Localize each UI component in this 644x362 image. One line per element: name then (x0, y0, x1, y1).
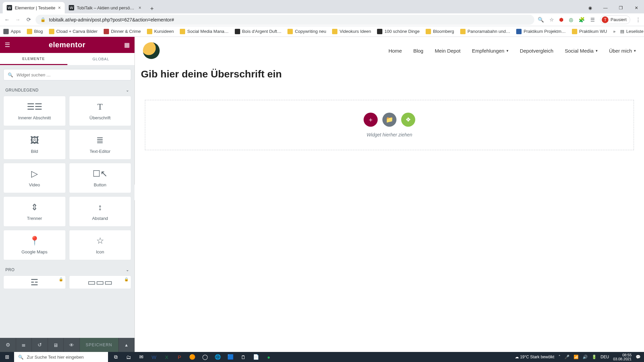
bookmark-item[interactable]: Kursideen (147, 29, 174, 34)
apps-button[interactable]: Apps (3, 29, 21, 34)
extensions-puzzle-icon[interactable]: 🧩 (579, 17, 585, 23)
nav-blog[interactable]: Blog (413, 48, 423, 54)
nav-empfehlungen[interactable]: Empfehlungen▾ (472, 48, 508, 54)
url-field[interactable]: 🔒 tobitalk.at/wp-admin/post.php?post=627… (36, 15, 534, 25)
preview-button[interactable]: 👁 (64, 338, 80, 352)
bookmark-item[interactable]: Blog (27, 29, 43, 34)
tray-chevron-icon[interactable]: ˄ (558, 355, 560, 359)
save-button[interactable]: SPEICHERN (80, 338, 119, 352)
widget-text-editor[interactable]: ≣Text-Editor (69, 129, 131, 160)
tab-elements[interactable]: ELEMENTE (0, 53, 67, 65)
navigator-button[interactable]: ≣ (16, 338, 32, 352)
kebab-menu-icon[interactable]: ⋮ (636, 17, 641, 23)
bookmark-item[interactable]: Social Media Mana… (180, 29, 229, 34)
edge-icon[interactable]: 🟦 (225, 352, 235, 362)
section-dropzone[interactable]: ＋ 📁 ❖ Widget hierher ziehen (145, 100, 634, 150)
nav-mein-depot[interactable]: Mein Depot (435, 48, 461, 54)
bookmark-item[interactable]: Praktikum WU (572, 29, 607, 34)
widget-icon[interactable]: ☆Icon (69, 230, 131, 260)
taskbar-clock[interactable]: 08:55 03.08.2021 (613, 353, 632, 361)
tab-elementor[interactable]: W Elementor | Testseite × (3, 2, 65, 13)
bookmark-item[interactable]: Praktikum Projektm… (516, 29, 566, 34)
new-tab-button[interactable]: + (147, 4, 157, 13)
app-icon[interactable]: 📄 (251, 352, 261, 362)
app-icon[interactable]: 🟠 (187, 352, 197, 362)
profile-chip[interactable]: T Pausiert (600, 15, 630, 24)
category-basic[interactable]: GRUNDLEGEND ⌄ (0, 84, 135, 96)
bookmark-star-icon[interactable]: ☆ (549, 17, 554, 23)
category-pro[interactable]: PRO ⌄ (0, 264, 135, 276)
bookmark-item[interactable]: 100 schöne Dinge (377, 29, 420, 34)
envato-kit-button[interactable]: ❖ (401, 113, 415, 127)
keyboard-layout[interactable]: DEU (601, 355, 609, 359)
bookmarks-overflow-icon[interactable]: » (613, 29, 615, 34)
widget-button[interactable]: ☐↖Button (69, 163, 131, 193)
bookmark-item[interactable]: Copywriting neu (287, 29, 326, 34)
extension-icon[interactable]: ◎ (569, 17, 573, 23)
back-icon[interactable]: ← (3, 17, 11, 23)
volume-icon[interactable]: 🔊 (583, 355, 588, 359)
weather-widget[interactable]: ☁ 19°C Stark bewölkt (515, 355, 554, 359)
menu-icon[interactable]: ☰ (5, 41, 10, 49)
nav-depotvergleich[interactable]: Depotvergleich (520, 48, 553, 54)
wifi-icon[interactable]: 📶 (574, 355, 579, 359)
start-button[interactable]: ⊞ (0, 354, 14, 360)
window-close-icon[interactable]: ✕ (629, 2, 644, 13)
widget-search[interactable]: 🔍 (3, 69, 131, 80)
site-logo[interactable] (143, 42, 160, 59)
responsive-button[interactable]: 🖥 (48, 338, 64, 352)
window-minimize-icon[interactable]: — (598, 2, 613, 13)
chrome-icon[interactable]: 🌐 (213, 352, 223, 362)
bookmark-item[interactable]: Bloomberg (426, 29, 454, 34)
nav-social-media[interactable]: Social Media▾ (565, 48, 598, 54)
obs-icon[interactable]: ◯ (200, 352, 210, 362)
bookmark-item[interactable]: Dinner & Crime (104, 29, 141, 34)
nav-ueber-mich[interactable]: Über mich▾ (609, 48, 636, 54)
reload-icon[interactable]: ⟳ (25, 16, 32, 23)
zoom-icon[interactable]: 🔍 (538, 17, 544, 23)
bookmark-item[interactable]: Panoramabahn und… (460, 29, 510, 34)
account-indicator-icon[interactable]: ◉ (582, 2, 598, 13)
nav-home[interactable]: Home (388, 48, 402, 54)
widget-video[interactable]: ▷Video (3, 163, 66, 193)
taskbar-search[interactable]: 🔍 Zur Suche Text hier eingeben (14, 352, 108, 362)
close-icon[interactable]: × (58, 5, 61, 10)
settings-button[interactable]: ⚙ (0, 338, 16, 352)
widget-spacer[interactable]: ↕Abstand (69, 196, 131, 227)
forward-icon[interactable]: → (14, 17, 21, 23)
reading-list-button[interactable]: ▤Leseliste (620, 29, 643, 34)
save-options-button[interactable]: ▴ (119, 338, 135, 352)
bookmark-item[interactable]: Videokurs Ideen (332, 29, 371, 34)
page-title[interactable]: Gib hier deine Überschrift ein (141, 68, 644, 80)
widget-pro-locked[interactable]: ☲ (3, 276, 66, 289)
file-explorer-icon[interactable]: 🗂 (123, 352, 133, 362)
word-icon[interactable]: W (149, 352, 159, 362)
notifications-icon[interactable]: 💬 (636, 355, 641, 359)
window-maximize-icon[interactable]: ❐ (613, 2, 629, 13)
close-icon[interactable]: × (139, 5, 141, 10)
spotify-icon[interactable]: ● (264, 352, 274, 362)
history-button[interactable]: ↺ (32, 338, 48, 352)
bookmark-item[interactable]: Cload + Canva Bilder (49, 29, 98, 34)
excel-icon[interactable]: X (162, 352, 172, 362)
bookmark-item[interactable]: Bois d'Argent Duft… (235, 29, 281, 34)
mail-icon[interactable]: ✉ (136, 352, 146, 362)
battery-icon[interactable]: 🔋 (592, 355, 597, 359)
app-icon[interactable]: 🗒 (238, 352, 248, 362)
widget-pro-locked[interactable]: ▭▭▭ (69, 276, 131, 289)
extension-icon[interactable]: ⬢ (559, 17, 564, 23)
task-view-icon[interactable]: ⧉ (111, 352, 121, 362)
widget-image[interactable]: 🖼Bild (3, 129, 66, 160)
powerpoint-icon[interactable]: P (174, 352, 184, 362)
microphone-icon[interactable]: 🎤 (565, 355, 570, 359)
tab-tobitalk[interactable]: W TobiTalk – Aktien und persönlich… × (65, 2, 145, 13)
add-template-button[interactable]: 📁 (382, 113, 396, 127)
widget-google-maps[interactable]: 📍Google Maps (3, 230, 66, 260)
add-section-button[interactable]: ＋ (364, 113, 378, 127)
grid-icon[interactable]: ▦ (124, 41, 130, 49)
tab-global[interactable]: GLOBAL (67, 53, 135, 65)
reading-list-icon[interactable]: ☰ (590, 17, 595, 23)
widget-inner-section[interactable]: ☰☰Innerer Abschnitt (3, 96, 66, 126)
widget-divider[interactable]: ⇕Trenner (3, 196, 66, 227)
widget-heading[interactable]: TÜberschrift (69, 96, 131, 126)
